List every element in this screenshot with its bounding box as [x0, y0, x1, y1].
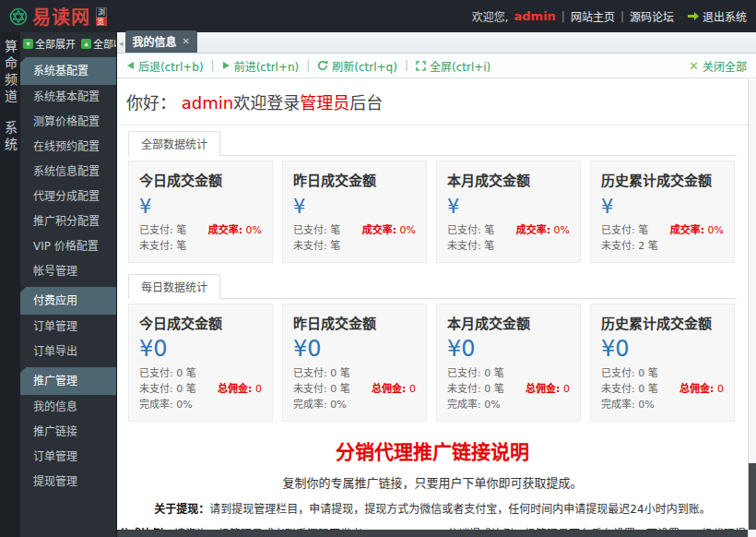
tab-scroll-left-icon[interactable]: ◂ [119, 39, 124, 48]
card-stats: 已支付: 笔 未支付: 笔 成交率: 0% [447, 222, 570, 254]
separator: | [561, 10, 565, 23]
sidebar-menu: 系统基配置 系统基本配置 测算价格配置 在线预约配置 系统信息配置 代理分成配置… [20, 54, 116, 537]
greeting-suffix: 后台 [349, 93, 383, 113]
stat-card-today: 今日成交金额 ¥ 已支付: 笔 未支付: 笔 成交率: 0% [128, 161, 273, 263]
close-all-label: 关闭全部 [703, 58, 747, 74]
logo-icon [9, 7, 28, 26]
commission-line: 总佣金: 0 [372, 381, 416, 397]
rate-line: 成交率: 0% [516, 222, 570, 238]
main-layout: 算命频道 系统 ▾ 全部展开 ▴ 全部收起 系统基配置 系统基本配置 测算价格配… [0, 32, 756, 537]
tab-bar: ◂ 我的信息 ✕ [117, 32, 756, 54]
logout-button[interactable]: 退出系统 [687, 8, 747, 24]
top-header: 易读网 浏 览 欢迎您, admin | 网站主页 | 源码论坛 退出系统 [0, 0, 756, 32]
card-title: 今日成交金额 [139, 313, 262, 332]
refresh-button[interactable]: 刷新(ctrl+q) [317, 58, 397, 74]
card-amount: ¥ [139, 196, 262, 218]
card-amount: ¥0 [139, 336, 262, 362]
greeting-middle: 欢迎登录 [233, 93, 300, 113]
fullscreen-button[interactable]: 全屏(ctrl+i) [416, 58, 490, 74]
sidebar-item-promo-links[interactable]: 推广链接 [20, 420, 116, 445]
unpaid-line: 未支付: 2 笔 [601, 238, 670, 254]
complete-line: 完成率: 0% [293, 397, 372, 412]
card-title: 今日成交金额 [139, 170, 262, 189]
close-all-button[interactable]: ✕ 关闭全部 [689, 58, 747, 74]
sidebar-item-account-management[interactable]: 帐号管理 [20, 259, 116, 284]
logo-badge: 浏 览 [96, 7, 107, 26]
logo-text: 易读网 [32, 3, 90, 30]
card-amount: ¥ [601, 196, 724, 218]
paid-line: 已支付: 笔 [601, 222, 670, 238]
sidebar-item-promo-points-config[interactable]: 推广积分配置 [20, 209, 116, 234]
section-daily-stats: 每日数据统计 今日成交金额 ¥0 已支付: 0 笔 未支付: 0 笔 完成率: … [117, 274, 748, 422]
sidebar-item-agent-share-config[interactable]: 代理分成配置 [20, 185, 116, 209]
logo-badge-bottom: 览 [96, 18, 107, 26]
sidebar-item-order-management[interactable]: 订单管理 [20, 315, 116, 340]
sidebar-item-system-info-config[interactable]: 系统信息配置 [20, 160, 116, 185]
greeting-role: 管理员 [300, 93, 349, 113]
card-amount: ¥ [293, 196, 416, 218]
welcome-text: 欢迎您, [472, 8, 509, 24]
rate-line: 成交率: 0% [208, 222, 262, 238]
topbar-links: 欢迎您, admin | 网站主页 | 源码论坛 退出系统 [472, 8, 747, 24]
daily-stats-cards: 今日成交金额 ¥0 已支付: 0 笔 未支付: 0 笔 完成率: 0% 总佣金:… [128, 302, 737, 422]
unpaid-line: 未支付: 0 笔 [139, 381, 218, 397]
card-title: 本月成交金额 [447, 313, 570, 332]
daily-stats-tabs: 每日数据统计 [128, 274, 737, 299]
expand-all-button[interactable]: ▾ 全部展开 [23, 36, 76, 51]
complete-line: 完成率: 0% [601, 397, 679, 412]
stat-card-history: 历史累计成交金额 ¥ 已支付: 笔 未支付: 2 笔 成交率: 0% [590, 161, 735, 263]
sidebar-group-promotion[interactable]: 推广管理 [20, 367, 116, 395]
content-area: ◂ 我的信息 ✕ 后退(ctrl+b) | 前进(ctrl+n) | [116, 32, 756, 537]
site-logo[interactable]: 易读网 浏 览 [9, 3, 107, 30]
sidebar-item-order-export[interactable]: 订单导出 [20, 340, 116, 364]
tab-close-icon[interactable]: ✕ [183, 36, 190, 46]
promo-subtitle: 复制你的专属推广链接，只要用户下单你即可获取提成。 [117, 473, 748, 491]
paid-line: 已支付: 0 笔 [293, 365, 372, 381]
channel-label-bottom: 系统 [1, 121, 19, 154]
sidebar-item-calc-price-config[interactable]: 测算价格配置 [20, 110, 116, 135]
paid-line: 已支付: 笔 [293, 222, 362, 238]
unpaid-line: 未支付: 0 笔 [293, 381, 372, 397]
greeting-prefix: 你好： [126, 93, 182, 113]
card-title: 昨日成交金额 [293, 170, 416, 189]
unpaid-line: 未支付: 0 笔 [601, 381, 679, 397]
sidebar-item-system-basic-config[interactable]: 系统基本配置 [20, 85, 116, 110]
vertical-scrollbar-thumb[interactable] [749, 463, 756, 530]
vertical-scrollbar[interactable] [748, 79, 756, 537]
logout-arrow-icon [687, 11, 700, 21]
sidebar-item-online-booking-config[interactable]: 在线预约配置 [20, 135, 116, 160]
all-stats-cards: 今日成交金额 ¥ 已支付: 笔 未支付: 笔 成交率: 0% [128, 159, 737, 263]
card-stats: 已支付: 笔 未支付: 笔 成交率: 0% [139, 222, 262, 254]
sidebar-item-vip-price-config[interactable]: VIP 价格配置 [20, 234, 116, 259]
stat-card-yesterday: 昨日成交金额 ¥ 已支付: 笔 未支付: 笔 成交率: 0% [282, 161, 427, 263]
daily-card-month: 本月成交金额 ¥0 已支付: 0 笔 未支付: 0 笔 完成率: 0% 总佣金:… [436, 304, 581, 422]
daily-card-today: 今日成交金额 ¥0 已支付: 0 笔 未支付: 0 笔 完成率: 0% 总佣金:… [128, 304, 273, 422]
horizontal-scrollbar[interactable] [117, 530, 748, 537]
fullscreen-label: 全屏(ctrl+i) [430, 58, 490, 74]
link-site-home[interactable]: 网站主页 [571, 8, 615, 24]
forward-button[interactable]: 前进(ctrl+n) [222, 58, 300, 74]
card-title: 昨日成交金额 [293, 313, 416, 332]
commission-line: 总佣金: 0 [218, 381, 262, 397]
card-amount: ¥0 [601, 336, 724, 362]
forward-label: 前进(ctrl+n) [234, 58, 300, 74]
link-source-forum[interactable]: 源码论坛 [630, 8, 674, 24]
sidebar-group-system-config[interactable]: 系统基配置 [20, 57, 116, 85]
tab-all-data-stats[interactable]: 全部数据统计 [128, 131, 220, 156]
tab-my-info[interactable]: 我的信息 ✕ [125, 30, 197, 53]
card-title: 历史累计成交金额 [601, 313, 724, 332]
sidebar-item-my-info[interactable]: 我的信息 [20, 395, 116, 420]
tab-daily-data-stats[interactable]: 每日数据统计 [128, 274, 220, 299]
sidebar-tools: ▾ 全部展开 ▴ 全部收起 [20, 32, 116, 54]
card-title: 本月成交金额 [447, 170, 570, 189]
back-button[interactable]: 后退(ctrl+b) [126, 58, 204, 74]
sidebar-item-withdrawal-management[interactable]: 提现管理 [20, 470, 116, 495]
card-stats: 已支付: 0 笔 未支付: 0 笔 完成率: 0% 总佣金: 0 [139, 365, 262, 412]
unpaid-line: 未支付: 0 笔 [447, 381, 526, 397]
paid-line: 已支付: 笔 [447, 222, 516, 238]
sidebar-group-paid-apps[interactable]: 付费应用 [20, 287, 116, 315]
promo-title: 分销代理推广链接说明 [117, 436, 748, 464]
tab-label: 我的信息 [133, 33, 177, 49]
card-stats: 已支付: 0 笔 未支付: 0 笔 完成率: 0% 总佣金: 0 [447, 365, 570, 412]
sidebar-item-order-management-2[interactable]: 订单管理 [20, 445, 116, 470]
